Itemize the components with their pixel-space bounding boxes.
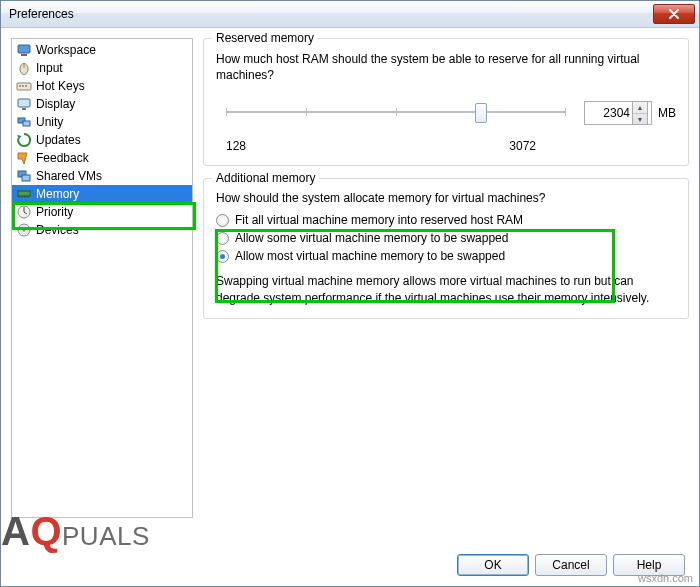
radio-allow-most[interactable]: Allow most virtual machine memory to be … xyxy=(216,249,676,263)
sidebar-item-label: Memory xyxy=(36,187,79,201)
sidebar-item-label: Hot Keys xyxy=(36,79,85,93)
cancel-button[interactable]: Cancel xyxy=(535,554,607,576)
sidebar-item-label: Unity xyxy=(36,115,63,129)
spinner-down-icon[interactable]: ▼ xyxy=(633,114,647,125)
sidebar-item-label: Feedback xyxy=(36,151,89,165)
radio-fit-all[interactable]: Fit all virtual machine memory into rese… xyxy=(216,213,676,227)
slider-tick xyxy=(306,108,307,116)
dialog-button-row: OK Cancel Help xyxy=(457,554,685,576)
slider-min-label: 128 xyxy=(226,139,246,153)
slider-tick xyxy=(226,108,227,116)
unity-icon xyxy=(16,114,32,130)
svg-rect-0 xyxy=(18,45,30,53)
feedback-icon xyxy=(16,150,32,166)
sidebar-item-label: Workspace xyxy=(36,43,96,57)
sidebar-item-unity[interactable]: Unity xyxy=(12,113,192,131)
titlebar: Preferences xyxy=(1,1,699,28)
additional-memory-group: Additional memory How should the system … xyxy=(203,178,689,318)
sidebar-item-feedback[interactable]: Feedback xyxy=(12,149,192,167)
slider-tick xyxy=(565,108,566,116)
sidebar-item-label: Shared VMs xyxy=(36,169,102,183)
svg-rect-13 xyxy=(22,175,30,181)
reserved-memory-group: Reserved memory How much host RAM should… xyxy=(203,38,689,166)
category-list-inner: Workspace Input Hot Keys Display Unity xyxy=(12,39,192,241)
sidebar-item-memory[interactable]: Memory xyxy=(12,185,192,203)
sidebar-item-label: Input xyxy=(36,61,63,75)
slider-handle[interactable] xyxy=(475,103,487,123)
workspace-icon xyxy=(16,42,32,58)
sidebar-item-updates[interactable]: Updates xyxy=(12,131,192,149)
svg-rect-8 xyxy=(18,99,30,107)
sidebar-item-label: Updates xyxy=(36,133,81,147)
close-button[interactable] xyxy=(653,4,695,24)
svg-rect-7 xyxy=(25,85,27,87)
svg-rect-1 xyxy=(21,54,27,56)
memory-icon xyxy=(16,186,32,202)
client-area: Workspace Input Hot Keys Display Unity xyxy=(1,28,699,586)
keyboard-icon xyxy=(16,78,32,94)
sidebar-item-label: Priority xyxy=(36,205,73,219)
svg-rect-6 xyxy=(22,85,24,87)
radio-icon xyxy=(216,232,229,245)
slider-scale: 128 3072 xyxy=(226,139,536,153)
svg-point-23 xyxy=(23,229,26,232)
sidebar-item-devices[interactable]: Devices xyxy=(12,221,192,239)
close-icon xyxy=(669,9,679,19)
sidebar-item-priority[interactable]: Priority xyxy=(12,203,192,221)
devices-icon xyxy=(16,222,32,238)
radio-icon xyxy=(216,250,229,263)
additional-memory-legend: Additional memory xyxy=(212,171,319,185)
shared-vms-icon xyxy=(16,168,32,184)
sidebar-item-display[interactable]: Display xyxy=(12,95,192,113)
display-icon xyxy=(16,96,32,112)
radio-label: Allow most virtual machine memory to be … xyxy=(235,249,505,263)
mouse-icon xyxy=(16,60,32,76)
sidebar-item-shared-vms[interactable]: Shared VMs xyxy=(12,167,192,185)
reserved-memory-spinner[interactable]: ▲ ▼ xyxy=(584,101,652,125)
radio-label: Fit all virtual machine memory into rese… xyxy=(235,213,523,227)
reserved-memory-legend: Reserved memory xyxy=(212,31,318,45)
priority-icon xyxy=(16,204,32,220)
radio-allow-some[interactable]: Allow some virtual machine memory to be … xyxy=(216,231,676,245)
help-button[interactable]: Help xyxy=(613,554,685,576)
sidebar-item-workspace[interactable]: Workspace xyxy=(12,41,192,59)
sidebar-item-label: Devices xyxy=(36,223,79,237)
additional-memory-question: How should the system allocate memory fo… xyxy=(216,191,676,205)
svg-rect-14 xyxy=(18,191,30,196)
spinner-arrows[interactable]: ▲ ▼ xyxy=(632,101,648,125)
reserved-memory-question: How much host RAM should the system be a… xyxy=(216,51,676,83)
slider-tick xyxy=(396,108,397,116)
window-title: Preferences xyxy=(9,7,74,21)
spinner-up-icon[interactable]: ▲ xyxy=(633,102,647,114)
reserved-memory-slider[interactable] xyxy=(216,101,576,125)
svg-rect-5 xyxy=(19,85,21,87)
radio-label: Allow some virtual machine memory to be … xyxy=(235,231,508,245)
sidebar-item-hotkeys[interactable]: Hot Keys xyxy=(12,77,192,95)
settings-panel: Reserved memory How much host RAM should… xyxy=(203,38,689,576)
svg-rect-11 xyxy=(23,121,30,126)
ok-button[interactable]: OK xyxy=(457,554,529,576)
preferences-window: Preferences Workspace Input Hot Ke xyxy=(0,0,700,587)
radio-icon xyxy=(216,214,229,227)
slider-max-label: 3072 xyxy=(509,139,536,153)
sidebar-item-input[interactable]: Input xyxy=(12,59,192,77)
svg-rect-9 xyxy=(22,108,26,110)
reserved-memory-input[interactable] xyxy=(588,106,630,120)
category-list: Workspace Input Hot Keys Display Unity xyxy=(11,38,193,518)
sidebar-item-label: Display xyxy=(36,97,75,111)
watermark: AQPUALS xyxy=(1,515,150,552)
additional-memory-hint: Swapping virtual machine memory allows m… xyxy=(216,273,676,305)
reserved-memory-unit: MB xyxy=(658,106,676,120)
updates-icon xyxy=(16,132,32,148)
